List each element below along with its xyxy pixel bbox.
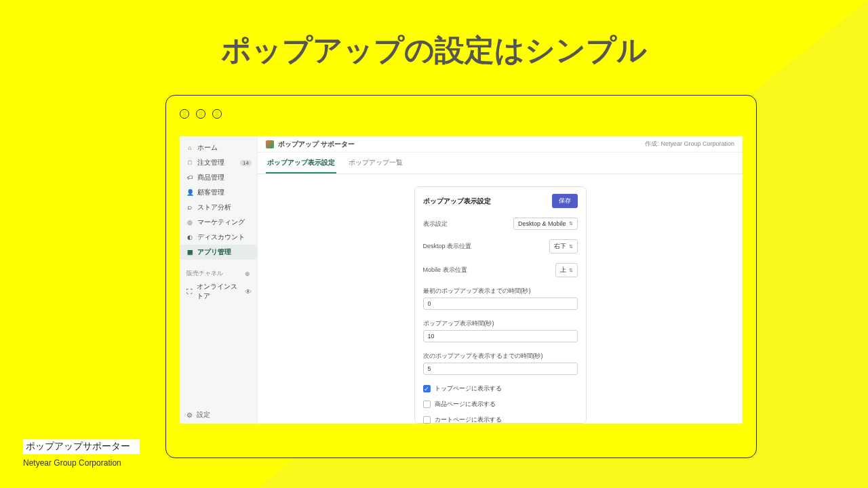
- store-icon: ⛶: [186, 288, 193, 295]
- next-delay-label: 次のポップアップを表示するまでの時間(秒): [423, 352, 578, 361]
- home-icon: ⌂: [186, 144, 193, 151]
- window-zoom-icon[interactable]: [212, 109, 222, 119]
- app-frame: ⌂ ホーム □ 注文管理 14 🏷 商品管理 👤 顧客管理 ⫐ ストア分析 ◎: [180, 136, 743, 424]
- desktop-position-select[interactable]: 右下⇅: [549, 239, 578, 253]
- app-title: ポップアップ サポーター: [278, 140, 355, 149]
- initial-delay-label: 最初のポップアップ表示までの時間(秒): [423, 287, 578, 296]
- sidebar-item-label: ホーム: [197, 143, 218, 152]
- desktop-position-label: Desktop 表示位置: [423, 242, 472, 251]
- sidebar-item-home[interactable]: ⌂ ホーム: [180, 140, 257, 155]
- next-delay-input[interactable]: [423, 363, 578, 375]
- sidebar-item-label: アプリ管理: [197, 247, 231, 257]
- sidebar-item-orders[interactable]: □ 注文管理 14: [180, 155, 257, 170]
- display-setting-label: 表示設定: [423, 220, 448, 228]
- chevron-updown-icon: ⇅: [569, 244, 573, 249]
- sidebar: ⌂ ホーム □ 注文管理 14 🏷 商品管理 👤 顧客管理 ⫐ ストア分析 ◎: [180, 136, 258, 424]
- show-top-checkbox[interactable]: ✓: [423, 385, 431, 392]
- show-cart-checkbox[interactable]: [423, 416, 431, 424]
- show-top-label: トップページに表示する: [435, 384, 502, 393]
- main-area: ポップアップ サポーター 作成: Netyear Group Corporati…: [258, 136, 743, 424]
- tab-popup-list[interactable]: ポップアップ一覧: [347, 152, 404, 174]
- display-setting-select[interactable]: Desktop & Mobile⇅: [513, 218, 578, 230]
- user-icon: 👤: [186, 189, 193, 196]
- content-area: ポップアップ表示設定 保存 表示設定 Desktop & Mobile⇅ Des…: [258, 174, 743, 424]
- sidebar-item-label: オンラインストア: [197, 282, 241, 301]
- sidebar-item-analytics[interactable]: ⫐ ストア分析: [180, 200, 257, 215]
- sidebar-item-settings[interactable]: ⚙ 設定: [180, 406, 257, 424]
- window-minimize-icon[interactable]: [196, 109, 205, 119]
- sidebar-item-label: マーケティング: [197, 218, 245, 227]
- sidebar-item-products[interactable]: 🏷 商品管理: [180, 170, 257, 185]
- sidebar-item-label: 注文管理: [197, 158, 224, 167]
- mobile-position-label: Mobile 表示位置: [423, 266, 467, 274]
- slide-company-name: Netyear Group Corporation: [23, 458, 121, 468]
- eye-icon[interactable]: 👁: [245, 288, 252, 296]
- sidebar-item-online-store[interactable]: ⛶ オンラインストア 👁: [180, 279, 257, 304]
- slide-product-name: ポップアップサポーター: [23, 439, 140, 454]
- discount-icon: ◐: [186, 234, 193, 241]
- sidebar-section-channels: 販売チャネル ⊕: [180, 266, 257, 279]
- tab-display-settings[interactable]: ポップアップ表示設定: [266, 152, 336, 174]
- orders-badge: 14: [240, 160, 252, 166]
- chevron-updown-icon: ⇅: [569, 268, 573, 273]
- settings-card: ポップアップ表示設定 保存 表示設定 Desktop & Mobile⇅ Des…: [414, 186, 587, 424]
- display-duration-input[interactable]: [423, 330, 578, 342]
- sidebar-section-label: 販売チャネル: [186, 269, 223, 278]
- show-cart-label: カートページに表示する: [435, 415, 502, 424]
- add-channel-icon[interactable]: ⊕: [245, 270, 250, 277]
- sidebar-item-label: 商品管理: [197, 173, 224, 182]
- analytics-icon: ⫐: [186, 204, 193, 211]
- display-duration-label: ポップアップ表示時間(秒): [423, 319, 578, 328]
- orders-icon: □: [186, 159, 193, 166]
- app-logo-icon: [266, 140, 274, 148]
- initial-delay-input[interactable]: [423, 298, 578, 310]
- save-button[interactable]: 保存: [552, 194, 578, 208]
- window-controls: [180, 109, 222, 119]
- show-product-label: 商品ページに表示する: [435, 400, 496, 409]
- sidebar-item-discounts[interactable]: ◐ ディスカウント: [180, 230, 257, 245]
- sidebar-item-label: ディスカウント: [197, 232, 245, 242]
- target-icon: ◎: [186, 219, 193, 226]
- apps-icon: ▦: [186, 249, 193, 256]
- page-headline: ポップアップの設定はシンプル: [0, 30, 868, 70]
- sidebar-item-label: 設定: [197, 410, 210, 420]
- chevron-updown-icon: ⇅: [569, 221, 573, 226]
- show-product-checkbox[interactable]: [423, 401, 431, 408]
- window-close-icon[interactable]: [180, 109, 189, 119]
- browser-window: ⌂ ホーム □ 注文管理 14 🏷 商品管理 👤 顧客管理 ⫐ ストア分析 ◎: [165, 95, 757, 458]
- sidebar-item-label: ストア分析: [197, 203, 231, 212]
- sidebar-item-marketing[interactable]: ◎ マーケティング: [180, 215, 257, 230]
- tab-bar: ポップアップ表示設定 ポップアップ一覧: [258, 152, 743, 174]
- tag-icon: 🏷: [186, 174, 193, 181]
- gear-icon: ⚙: [186, 411, 193, 419]
- sidebar-item-label: 顧客管理: [197, 188, 224, 197]
- app-header: ポップアップ サポーター 作成: Netyear Group Corporati…: [258, 136, 743, 152]
- card-title: ポップアップ表示設定: [423, 197, 491, 206]
- sidebar-item-apps[interactable]: ▦ アプリ管理: [180, 245, 257, 260]
- sidebar-item-customers[interactable]: 👤 顧客管理: [180, 185, 257, 200]
- mobile-position-select[interactable]: 上⇅: [555, 263, 578, 277]
- app-author: 作成: Netyear Group Corporation: [645, 140, 734, 148]
